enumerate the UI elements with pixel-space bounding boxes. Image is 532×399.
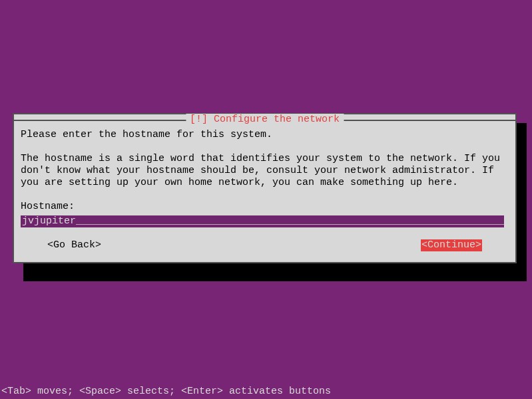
button-row: <Go Back> <Continue> (21, 239, 509, 255)
dialog-content: Please enter the hostname for this syste… (14, 121, 515, 262)
description-text: The hostname is a single word that ident… (21, 153, 509, 189)
dialog-title: [!] Configure the network (186, 114, 344, 126)
hostname-value: jvjupiter (22, 215, 76, 227)
hostname-input[interactable]: jvjupiter_______________________________… (21, 215, 504, 227)
dialog-title-text: Configure the network (214, 114, 340, 125)
footer-help-text: <Tab> moves; <Space> selects; <Enter> ac… (1, 386, 331, 398)
input-fill: ________________________________________… (76, 215, 504, 227)
go-back-button[interactable]: <Go Back> (47, 239, 101, 251)
dialog-title-border: [!] Configure the network (14, 120, 515, 121)
dialog-title-prefix: [!] (190, 114, 208, 125)
hostname-label: Hostname: (21, 201, 509, 213)
configure-network-dialog: [!] Configure the network Please enter t… (13, 113, 517, 263)
instruction-text: Please enter the hostname for this syste… (21, 129, 509, 141)
continue-button[interactable]: <Continue> (421, 239, 482, 251)
